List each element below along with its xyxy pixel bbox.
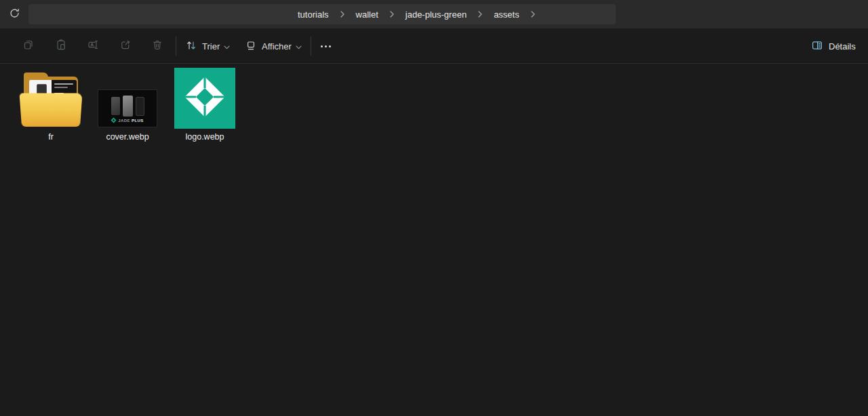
cover-image-thumbnail: JADE PLUS — [98, 89, 157, 127]
toolbar-divider — [176, 37, 176, 56]
breadcrumb-item-assets[interactable]: assets — [488, 7, 526, 22]
command-toolbar: Trier Afficher Détails — [0, 28, 868, 64]
delete-icon — [151, 39, 163, 54]
breadcrumb-chevron-icon[interactable] — [530, 11, 536, 18]
jade-diamond-icon — [111, 118, 117, 123]
share-icon — [119, 39, 132, 54]
copy-icon — [22, 39, 35, 54]
file-name-label: cover.webp — [106, 132, 149, 142]
refresh-button[interactable] — [4, 4, 24, 24]
jade-devices-graphic — [98, 96, 157, 117]
folder-icon — [22, 71, 80, 127]
breadcrumb-item-tutorials[interactable]: tutorials — [292, 7, 335, 22]
rename-icon — [87, 39, 99, 54]
toolbar-divider — [311, 37, 311, 56]
address-bar[interactable]: tutorials wallet jade-plus-green assets — [28, 4, 616, 24]
details-label: Détails — [829, 41, 856, 51]
file-tile-cover-webp[interactable]: JADE PLUS cover.webp — [95, 66, 160, 142]
view-button[interactable]: Afficher — [239, 34, 308, 58]
breadcrumb: tutorials wallet jade-plus-green assets — [28, 7, 540, 22]
breadcrumb-chevron-icon[interactable] — [389, 11, 395, 18]
details-button[interactable]: Détails — [804, 34, 863, 58]
breadcrumb-chevron-icon[interactable] — [477, 11, 483, 18]
file-list-area[interactable]: fr JADE PLUS cover.webp — [0, 64, 868, 416]
breadcrumb-item-wallet[interactable]: wallet — [350, 7, 384, 22]
file-tile-fr[interactable]: fr — [18, 66, 83, 142]
sort-label: Trier — [202, 41, 220, 51]
details-pane-icon — [811, 39, 823, 54]
top-bar: tutorials wallet jade-plus-green assets — [0, 0, 868, 28]
chevron-down-icon — [224, 41, 230, 51]
chevron-down-icon — [296, 41, 302, 51]
file-name-label: fr — [48, 132, 54, 142]
view-label: Afficher — [262, 41, 292, 51]
share-button[interactable] — [113, 34, 138, 58]
sort-icon — [185, 39, 197, 54]
sort-button[interactable]: Trier — [179, 34, 236, 58]
more-options-button[interactable] — [313, 34, 338, 58]
logo-image-thumbnail — [174, 68, 235, 129]
rename-button[interactable] — [81, 34, 105, 58]
paste-button[interactable] — [49, 34, 73, 58]
copy-button[interactable] — [16, 34, 41, 58]
more-options-icon — [321, 45, 323, 47]
blockstream-jade-logo-icon — [184, 76, 226, 121]
breadcrumb-item-jade-plus-green[interactable]: jade-plus-green — [399, 7, 473, 22]
file-tile-logo-webp[interactable]: logo.webp — [172, 66, 237, 142]
delete-button[interactable] — [145, 34, 170, 58]
refresh-icon — [9, 7, 20, 22]
view-icon — [245, 39, 257, 54]
file-name-label: logo.webp — [186, 132, 224, 142]
breadcrumb-chevron-icon[interactable] — [340, 11, 345, 18]
paste-icon — [55, 39, 67, 54]
